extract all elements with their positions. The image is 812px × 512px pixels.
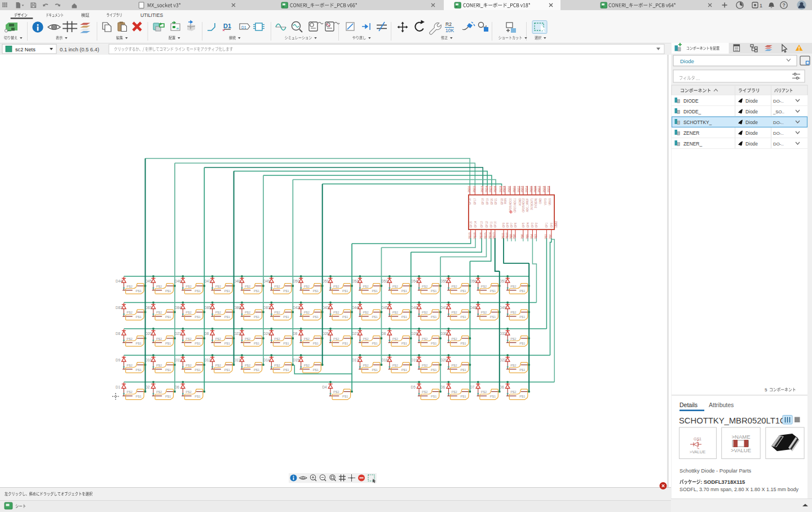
svg-text:D29: D29 (411, 332, 418, 336)
svg-text:P$1: P$1 (490, 315, 496, 319)
svg-text:D23: D23 (234, 332, 241, 336)
svg-text:P$1: P$1 (342, 315, 348, 319)
svg-text:UTILITIES: UTILITIES (140, 12, 163, 18)
svg-text:D24: D24 (263, 332, 270, 336)
svg-text:GP27/ADC1: GP27/ADC1 (514, 198, 517, 213)
svg-text:P$2: P$2 (127, 311, 133, 314)
svg-text:P$1: P$1 (342, 289, 348, 293)
svg-text:P$38: P$38 (542, 186, 546, 193)
svg-text:D85: D85 (204, 306, 211, 310)
svg-text:GS1: GS1 (694, 437, 701, 441)
svg-text:P$2: P$2 (245, 285, 250, 288)
svg-text:R2: R2 (445, 21, 452, 27)
svg-text:P$16: P$16 (479, 232, 483, 239)
svg-text:Diode: Diode (745, 98, 758, 104)
svg-text:P$2: P$2 (245, 337, 250, 341)
svg-text:P$18: P$18 (473, 232, 476, 239)
svg-text:GP17: GP17 (474, 198, 476, 205)
svg-text:P$19: P$19 (468, 232, 471, 239)
svg-text:D9: D9 (116, 358, 121, 362)
svg-text:P$2: P$2 (451, 311, 457, 314)
svg-text:GP14: GP14 (474, 221, 477, 228)
svg-text:Diode: Diode (745, 130, 758, 136)
svg-text:D6: D6 (500, 385, 505, 389)
svg-text:P$2: P$2 (215, 311, 221, 314)
svg-text:D49: D49 (263, 279, 270, 283)
svg-text:D10: D10 (145, 358, 152, 362)
svg-text:U$62: U$62 (554, 221, 558, 228)
svg-text:GP9: GP9 (502, 222, 505, 228)
svg-text:D48: D48 (234, 279, 241, 283)
svg-text:P$2: P$2 (363, 285, 368, 288)
svg-text:P$1: P$1 (254, 342, 259, 345)
svg-text:P$2: P$2 (156, 311, 162, 314)
svg-text:P$8: P$8 (513, 234, 516, 239)
svg-text:D49: D49 (500, 306, 506, 310)
svg-text:P$1: P$1 (401, 315, 407, 319)
svg-text:P$2: P$2 (186, 337, 191, 341)
svg-text:P$24: P$24 (485, 186, 488, 193)
svg-text:P$2: P$2 (127, 337, 133, 341)
svg-text:GP5: GP5 (522, 222, 525, 228)
svg-text:P$2: P$2 (186, 311, 191, 314)
svg-text:P$2: P$2 (245, 364, 250, 367)
svg-text:P$1: P$1 (372, 289, 377, 293)
svg-text:P$2: P$2 (392, 285, 398, 288)
svg-text:P$1: P$1 (283, 315, 289, 319)
svg-text:P$2: P$2 (215, 285, 221, 288)
svg-text:P$2: P$2 (392, 337, 398, 341)
svg-text:D27: D27 (352, 332, 359, 336)
svg-text:Diode: Diode (745, 109, 758, 114)
svg-text:P$30: P$30 (508, 186, 511, 193)
svg-text:P$10: P$10 (505, 232, 509, 239)
svg-text:P$1: P$1 (313, 289, 319, 293)
svg-text:P$1: P$1 (490, 289, 496, 293)
svg-text:P$1: P$1 (519, 368, 525, 372)
svg-text:P$1: P$1 (136, 315, 142, 319)
svg-text:SCHOTTKY_: SCHOTTKY_ (683, 120, 712, 125)
svg-text:P$1: P$1 (165, 289, 171, 293)
svg-text:D42: D42 (293, 306, 299, 310)
svg-text:D45: D45 (145, 279, 152, 283)
svg-text:P$1: P$1 (136, 342, 142, 345)
svg-text:D20: D20 (440, 358, 447, 362)
svg-text:10K: 10K (445, 28, 454, 33)
svg-text:D1: D1 (241, 25, 246, 29)
svg-text:D6: D6 (440, 385, 445, 389)
svg-text:P$2: P$2 (304, 311, 310, 314)
svg-text:D51: D51 (323, 279, 329, 283)
svg-text:D53: D53 (381, 279, 388, 283)
svg-text:P$2: P$2 (363, 337, 368, 341)
svg-text:P$1: P$1 (431, 368, 436, 372)
svg-text:P$2: P$2 (156, 337, 162, 341)
svg-text:D8: D8 (381, 332, 386, 336)
svg-text:3V3(EN): 3V3(EN) (535, 198, 537, 208)
svg-text:GP18: GP18 (482, 198, 484, 205)
svg-text:ZENER_: ZENER_ (683, 141, 702, 147)
svg-text:P$2: P$2 (304, 285, 310, 288)
svg-text:P$33: P$33 (520, 186, 524, 193)
svg-text:P$1: P$1 (431, 395, 436, 398)
svg-text:D44: D44 (352, 306, 359, 310)
svg-text:P$1: P$1 (431, 289, 436, 293)
svg-text:P$15: P$15 (484, 232, 487, 239)
svg-text:1: 1 (760, 3, 762, 8)
svg-text:D17: D17 (352, 358, 359, 362)
svg-text:P$35: P$35 (529, 186, 533, 193)
svg-text:P$2: P$2 (451, 337, 457, 341)
svg-text:P$1: P$1 (519, 395, 525, 398)
svg-text:P$14: P$14 (488, 232, 492, 239)
svg-text:D12: D12 (204, 358, 211, 362)
svg-text:P$1: P$1 (224, 342, 230, 345)
svg-text:D26: D26 (323, 332, 329, 336)
svg-text:P$1: P$1 (224, 315, 230, 319)
svg-text:P$2: P$2 (392, 311, 398, 314)
svg-text:P$1: P$1 (165, 368, 171, 372)
svg-text:D55: D55 (440, 279, 447, 283)
svg-text:P$2: P$2 (510, 364, 516, 367)
svg-text:P$3: P$3 (534, 234, 537, 239)
svg-text:D20: D20 (145, 332, 152, 336)
svg-text:GP4: GP4 (527, 222, 529, 228)
svg-text:...: ... (696, 76, 700, 81)
svg-text:>VALUE: >VALUE (731, 447, 751, 453)
